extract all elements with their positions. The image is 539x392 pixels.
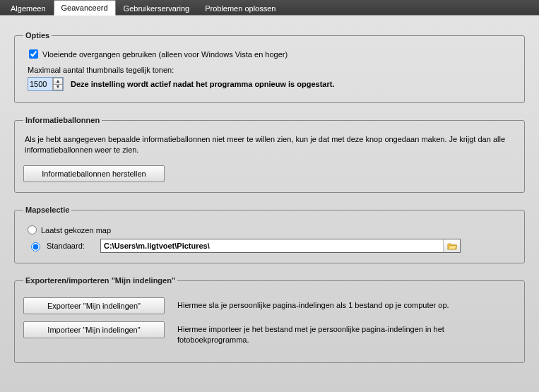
group-options-legend: Opties [23,31,52,40]
folder-path-input[interactable] [101,239,443,252]
folder-default-radio[interactable] [31,242,40,251]
group-folder-selection: Mapselectie Laatst gekozen map Standaard… [14,206,525,263]
spinner-down-button[interactable]: ▼ [53,84,63,91]
folder-default-label: Standaard: [47,242,96,250]
folder-last-chosen-radio[interactable] [28,225,37,234]
browse-folder-button[interactable] [443,239,460,252]
group-info-balloons: Informatieballonnen Als je hebt aangegev… [14,116,525,193]
group-export-import-legend: Exporteren/importeren "Mijn indelingen" [23,276,177,285]
group-info-balloons-legend: Informatieballonnen [23,116,102,124]
export-layouts-button[interactable]: Exporteer "Mijn indelingen" [23,297,165,314]
page-content: Opties Vloeiende overgangen gebruiken (a… [0,16,539,383]
group-options: Opties Vloeiende overgangen gebruiken (a… [14,31,525,103]
folder-last-chosen-label: Laatst gekozen map [41,226,111,234]
export-layouts-desc: Hiermee sla je persoonlijke pagina-indel… [177,297,516,311]
max-thumbnails-input[interactable] [28,78,52,90]
import-layouts-button[interactable]: Importeer "Mijn indelingen" [23,321,165,338]
group-folder-selection-legend: Mapselectie [23,206,71,214]
group-export-import: Exporteren/importeren "Mijn indelingen" … [14,276,525,363]
tab-ux[interactable]: Gebruikerservaring [116,1,198,16]
smooth-transitions-checkbox[interactable] [29,49,38,59]
tab-advanced[interactable]: Geavanceerd [54,0,116,16]
import-layouts-desc: Hiermee importeer je het bestand met je … [177,321,516,345]
max-thumbnails-spinner[interactable]: ▲ ▼ [28,77,64,91]
tab-bar: Algemeen Geavanceerd Gebruikerservaring … [0,0,539,16]
tab-general[interactable]: Algemeen [3,1,54,16]
info-balloons-text: Als je hebt aangegeven bepaalde informat… [25,134,514,155]
spinner-buttons: ▲ ▼ [52,78,63,90]
restore-info-balloons-button[interactable]: Informatieballonnen herstellen [23,165,165,182]
max-thumbnails-label: Maximaal aantal thumbnails tegelijk tone… [28,66,516,74]
smooth-transitions-label: Vloeiende overgangen gebruiken (alleen v… [42,50,288,59]
max-thumbnails-note: Deze instelling wordt actief nadat het p… [71,80,334,88]
folder-path-field-wrap [100,239,461,253]
spinner-up-button[interactable]: ▲ [53,78,63,84]
folder-icon [447,242,457,250]
tab-troubleshoot[interactable]: Problemen oplossen [197,1,283,16]
